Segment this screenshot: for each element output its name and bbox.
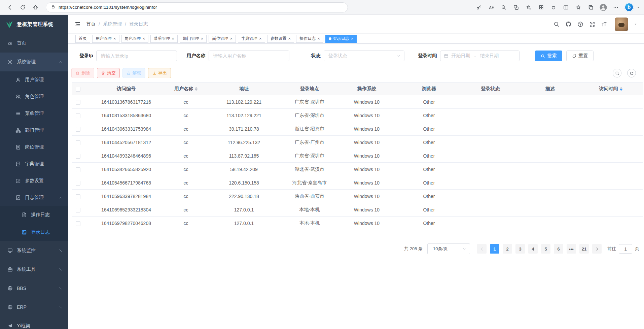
unlock-button[interactable]: 解锁	[122, 68, 145, 78]
status-select[interactable]: 登录状态	[324, 51, 404, 61]
close-icon[interactable]: ×	[143, 36, 145, 41]
sidebar-item[interactable]: 系统管理	[0, 53, 68, 71]
row-select-cell[interactable]	[72, 163, 84, 176]
start-date-placeholder[interactable]: 开始日期	[451, 53, 470, 59]
profile-button[interactable]	[598, 2, 608, 12]
row-select-cell[interactable]	[72, 190, 84, 203]
tab[interactable]: 岗位管理×	[209, 35, 236, 43]
page-button[interactable]: 3	[515, 244, 525, 254]
tab[interactable]: 部门管理×	[180, 35, 207, 43]
breadcrumb-system[interactable]: 系统管理	[103, 21, 122, 27]
close-icon[interactable]: ×	[230, 36, 232, 41]
sidebar-item[interactable]: 字典管理	[0, 156, 68, 172]
row-checkbox[interactable]	[76, 181, 80, 186]
row-select-cell[interactable]	[72, 122, 84, 136]
sidebar-item[interactable]: Yi框架	[0, 317, 68, 329]
avatar[interactable]	[615, 18, 628, 31]
browser-profile-caret-icon[interactable]	[637, 6, 640, 9]
favorites-bar-button[interactable]	[573, 2, 583, 12]
close-icon[interactable]: ×	[201, 36, 204, 41]
sidebar-item[interactable]: 首页	[0, 34, 68, 53]
date-range-picker[interactable]: 开始日期 - 结束日期	[440, 51, 520, 61]
ip-input[interactable]	[96, 51, 177, 61]
sidebar-item[interactable]: 系统工具	[0, 260, 68, 279]
collections-button[interactable]	[586, 2, 596, 12]
page-button[interactable]: 1	[490, 244, 499, 254]
sidebar-item[interactable]: ERP	[0, 298, 68, 317]
reset-button[interactable]: 重置	[566, 51, 594, 61]
close-icon[interactable]: ×	[113, 36, 116, 41]
tab[interactable]: 操作日志×	[296, 35, 323, 43]
column-header[interactable]: 用户名称	[168, 83, 204, 95]
row-checkbox[interactable]	[76, 100, 80, 105]
username-input[interactable]	[209, 51, 289, 61]
end-date-placeholder[interactable]: 结束日期	[480, 53, 499, 59]
row-select-cell[interactable]	[72, 217, 84, 230]
tab[interactable]: 首页	[75, 35, 90, 43]
extensions-button[interactable]	[536, 2, 546, 12]
row-select-cell[interactable]	[72, 95, 84, 109]
key-button[interactable]	[474, 2, 484, 12]
back-button[interactable]	[4, 2, 15, 13]
row-checkbox[interactable]	[76, 154, 80, 159]
zoom-out-button[interactable]	[499, 2, 509, 12]
column-header[interactable]: 访问时间	[579, 83, 643, 95]
essentials-button[interactable]	[548, 2, 559, 12]
row-checkbox[interactable]	[76, 113, 80, 118]
search-button[interactable]: 搜索	[535, 51, 562, 61]
row-select-cell[interactable]	[72, 109, 84, 122]
close-icon[interactable]: ×	[259, 36, 262, 41]
sidebar-item[interactable]: 岗位管理	[0, 139, 68, 156]
page-ellipsis-button[interactable]: •••	[567, 244, 576, 254]
row-checkbox[interactable]	[76, 140, 80, 145]
row-select-cell[interactable]	[72, 149, 84, 163]
tab[interactable]: 角色管理×	[121, 35, 149, 43]
tab[interactable]: 字典管理×	[238, 35, 265, 43]
goto-page-input[interactable]	[619, 244, 632, 254]
page-button[interactable]: 6	[554, 244, 563, 254]
refresh-table-button[interactable]	[627, 69, 636, 77]
sidebar-item[interactable]: BBS	[0, 279, 68, 298]
search-icon[interactable]	[553, 21, 560, 27]
sidebar-item[interactable]: 登录日志	[0, 224, 68, 241]
row-checkbox[interactable]	[76, 194, 80, 199]
sidebar-item[interactable]: 用户管理	[0, 71, 68, 88]
prev-page-button[interactable]	[477, 244, 487, 254]
sidebar-item[interactable]: 系统监控	[0, 241, 68, 260]
page-button[interactable]: 4	[528, 244, 538, 254]
page-size-select[interactable]: 10条/页	[427, 243, 470, 254]
home-button[interactable]	[30, 2, 41, 13]
select-all-header[interactable]	[72, 83, 84, 95]
export-button[interactable]: 导出	[148, 68, 171, 78]
bing-icon[interactable]: b	[624, 3, 634, 12]
clear-button[interactable]: 清空	[97, 68, 120, 78]
sidebar-item[interactable]: 日志管理	[0, 189, 68, 206]
row-checkbox[interactable]	[76, 221, 80, 226]
read-aloud-button[interactable]	[486, 2, 496, 12]
sidebar-item[interactable]: 部门管理	[0, 122, 68, 139]
select-all-checkbox[interactable]	[76, 87, 80, 92]
tab[interactable]: 用户管理×	[92, 35, 119, 43]
close-icon[interactable]: ×	[351, 36, 354, 41]
font-size-icon[interactable]	[601, 21, 607, 27]
close-icon[interactable]: ×	[172, 36, 174, 41]
github-icon[interactable]	[565, 21, 572, 27]
refresh-button[interactable]	[17, 2, 28, 13]
row-select-cell[interactable]	[72, 136, 84, 149]
delete-button[interactable]: 删除	[71, 68, 94, 78]
chevron-down-icon[interactable]	[634, 23, 637, 26]
translate-button[interactable]	[511, 2, 521, 12]
tab[interactable]: 菜单管理×	[150, 35, 178, 43]
row-checkbox[interactable]	[76, 127, 80, 132]
more-button[interactable]	[611, 2, 621, 12]
row-select-cell[interactable]	[72, 203, 84, 217]
sidebar-item[interactable]: 菜单管理	[0, 105, 68, 122]
sidebar-fold-icon[interactable]	[75, 21, 81, 27]
page-button[interactable]: 21	[579, 244, 589, 254]
row-checkbox[interactable]	[76, 167, 80, 172]
tab[interactable]: 登录日志×	[325, 35, 357, 43]
close-icon[interactable]: ×	[317, 36, 320, 41]
close-icon[interactable]: ×	[288, 36, 291, 41]
row-checkbox[interactable]	[76, 208, 80, 212]
column-search-button[interactable]	[613, 69, 621, 77]
